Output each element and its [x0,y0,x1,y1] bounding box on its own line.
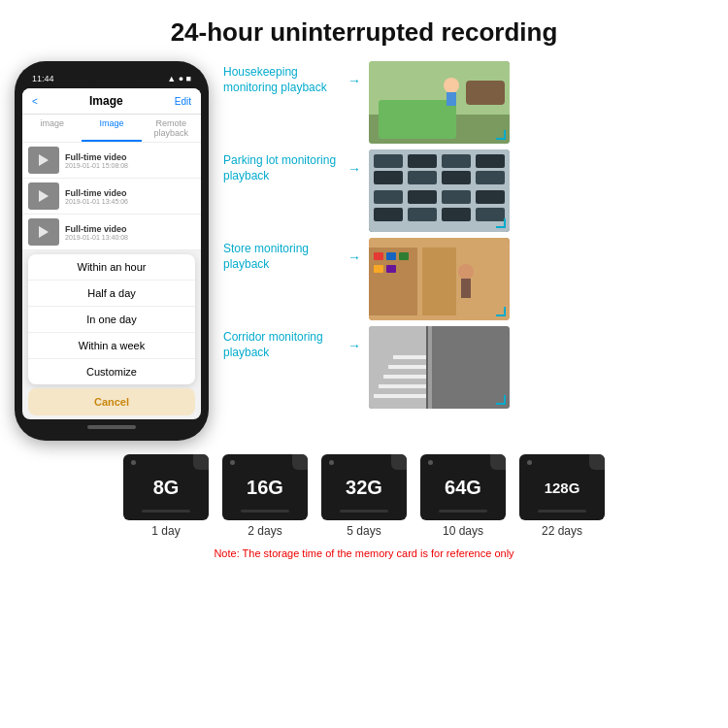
phone-list-item-2: Full-time video 2019-01-01 13:45:06 [22,179,201,215]
svg-rect-8 [408,154,437,168]
storage-note: Note: The storage time of the memory car… [214,547,513,559]
phone-back-button[interactable]: < [32,96,38,107]
monitoring-item-corridor: Corridor monitoring playback → [223,326,718,409]
svg-rect-17 [442,190,471,204]
sd-card-16g: 16G [222,454,308,520]
svg-rect-19 [374,208,403,221]
monitoring-label-store: Store monitoring playback [223,238,340,272]
dropdown-item-half-day[interactable]: Half a day [28,281,195,307]
phone-item-label-1: Full-time video [65,152,128,162]
monitoring-img-corridor [369,326,510,409]
svg-rect-27 [461,279,471,298]
play-icon-3 [39,226,49,238]
sd-notch-line-16g [241,510,289,513]
sd-card-item-32g: 32G 5 days [321,454,407,538]
phone-tab-image2[interactable]: Image [82,115,141,142]
monitoring-item-store: Store monitoring playback → [223,238,718,320]
svg-rect-4 [447,92,456,106]
monitoring-item-housekeeping: Housekeeping monitoring playback → [223,61,718,144]
svg-rect-32 [386,265,396,273]
svg-rect-10 [476,154,505,168]
dropdown-item-customize[interactable]: Customize [28,359,195,384]
phone-thumb-3 [28,218,59,246]
sd-card-item-8g: 8G 1 day [123,454,209,538]
play-icon-1 [39,154,49,166]
phone-tabs: image Image Remote playback [22,115,201,143]
sd-days-128g: 22 days [542,524,582,538]
sd-notch-8g [123,510,209,513]
svg-rect-9 [442,154,471,168]
sd-card-64g: 64G [420,454,506,520]
sd-card-item-16g: 16G 2 days [222,454,308,538]
svg-rect-31 [374,265,383,273]
svg-rect-11 [374,171,403,184]
svg-rect-18 [476,190,505,204]
corner-indicator-corridor [496,395,506,405]
sd-dot-16g [230,460,235,465]
phone-tab-remote[interactable]: Remote playback [142,115,201,142]
monitoring-arrow-parking: → [347,149,361,177]
sd-days-64g: 10 days [443,524,483,538]
sd-days-16g: 2 days [248,524,281,538]
phone-item-label-2: Full-time video [65,188,128,198]
sd-notch-line-32g [340,510,388,513]
middle-section: 11:44 ▲ ● ■ < Image Edit image Image Rem… [0,61,728,441]
phone-app-header: < Image Edit [22,88,201,115]
phone-thumb-2 [28,182,59,210]
dropdown-item-week[interactable]: Within a week [28,333,195,359]
sd-notch-32g [321,510,407,513]
sd-notch-line-128g [538,510,586,513]
dropdown-item-one-day[interactable]: In one day [28,307,195,333]
corner-indicator-parking [496,218,506,228]
svg-rect-39 [388,365,427,369]
svg-rect-36 [374,394,427,398]
page-title: 24-hour uninterrupted recording [0,0,728,61]
svg-rect-20 [408,208,437,221]
phone-dropdown: Within an hour Half a day In one day Wit… [28,254,195,384]
monitoring-item-parking: Parking lot monitoring playback → [223,149,718,232]
sd-notch-line-64g [439,510,487,513]
phone-list-item-1: Full-time video 2019-01-01 15:08:08 [22,143,201,179]
monitoring-img-parking [369,149,510,232]
phone-item-date-1: 2019-01-01 15:08:08 [65,162,128,169]
sd-card-item-128g: 128G 22 days [519,454,605,538]
svg-rect-25 [422,248,456,315]
monitoring-section: Housekeeping monitoring playback → [223,61,718,409]
svg-rect-2 [379,100,456,139]
sd-notch-line-8g [142,510,190,513]
sd-card-32g: 32G [321,454,407,520]
phone-item-text-1: Full-time video 2019-01-01 15:08:08 [65,152,128,169]
sd-dot-128g [527,460,532,465]
phone-notch [91,73,130,84]
svg-rect-29 [386,252,396,260]
phone-tab-image1[interactable]: image [22,115,82,142]
sd-days-8g: 1 day [151,524,180,538]
dropdown-item-within-hour[interactable]: Within an hour [28,254,195,281]
svg-rect-13 [442,171,471,184]
sd-label-32g: 32G [346,478,382,497]
sd-cards-row: 8G 1 day 16G 2 days 32G [123,454,605,538]
sd-card-128g: 128G [519,454,605,520]
svg-rect-16 [408,190,437,204]
phone-item-label-3: Full-time video [65,224,128,234]
phone-notch-bar: 11:44 ▲ ● ■ [22,71,201,88]
sd-dot-8g [131,460,136,465]
svg-rect-12 [408,171,437,184]
phone-screen: < Image Edit image Image Remote playback [22,88,201,419]
phone-edit-button[interactable]: Edit [175,96,191,107]
phone-item-date-3: 2019-01-01 13:40:08 [65,234,128,241]
monitoring-img-housekeeping [369,61,510,144]
phone-item-text-3: Full-time video 2019-01-01 13:40:08 [65,224,128,241]
svg-rect-21 [442,208,471,221]
sd-label-16g: 16G [247,478,283,497]
svg-point-3 [444,78,459,93]
dropdown-cancel-button[interactable]: Cancel [28,388,195,415]
phone-item-date-2: 2019-01-01 13:45:06 [65,198,128,205]
sd-notch-128g [519,510,605,513]
sd-label-64g: 64G [445,478,481,497]
svg-rect-38 [383,375,427,379]
sd-notch-64g [420,510,506,513]
svg-rect-28 [374,252,383,260]
phone-outer: 11:44 ▲ ● ■ < Image Edit image Image Rem… [15,61,209,441]
svg-rect-37 [379,384,427,388]
